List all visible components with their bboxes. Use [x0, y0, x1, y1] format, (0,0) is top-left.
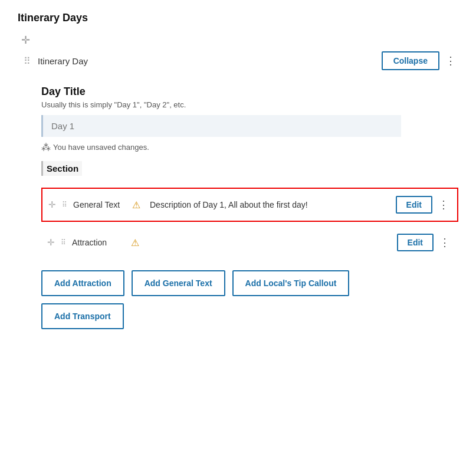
attraction-warning-icon: ⚠: [131, 237, 139, 248]
general-text-more-options-button[interactable]: ⋮: [436, 199, 451, 210]
section-header-label: Section: [41, 161, 82, 176]
add-general-text-button[interactable]: Add General Text: [132, 270, 225, 296]
day-title-section: Day Title Usually this is simply "Day 1"…: [41, 86, 458, 153]
general-text-edit-button[interactable]: Edit: [396, 196, 432, 214]
add-locals-tip-callout-button[interactable]: Add Local's Tip Callout: [232, 270, 350, 296]
day-drag-handle[interactable]: ✛: [21, 34, 30, 47]
general-text-description: Description of Day 1, All about the firs…: [150, 200, 396, 209]
attraction-label: Attraction: [72, 238, 125, 247]
day-more-options-button[interactable]: ⋮: [443, 55, 458, 66]
add-attraction-button[interactable]: Add Attraction: [41, 270, 124, 296]
day-drag-dots[interactable]: ⠿: [24, 55, 31, 67]
general-text-label: General Text: [73, 200, 126, 209]
item-drag-dots-1[interactable]: ⠿: [62, 201, 67, 209]
attraction-edit-button[interactable]: Edit: [397, 234, 434, 251]
add-transport-button[interactable]: Add Transport: [41, 303, 124, 329]
collapse-button[interactable]: Collapse: [382, 51, 439, 70]
unsaved-changes-message: ⁂ You have unsaved changes.: [41, 142, 458, 153]
day-title-input[interactable]: [41, 115, 401, 137]
unsaved-dot-icon: ⁂: [41, 142, 51, 153]
attraction-more-options-button[interactable]: ⋮: [437, 237, 452, 248]
item-drag-handle-2[interactable]: ✛: [47, 237, 55, 248]
day-title-subtext: Usually this is simply "Day 1", "Day 2",…: [41, 100, 458, 109]
general-text-warning-icon: ⚠: [132, 199, 140, 211]
section-item-attraction: ✛ ⠿ Attraction ⚠ Edit ⋮: [41, 227, 458, 258]
item-drag-dots-2[interactable]: ⠿: [61, 238, 66, 247]
section-item-general-text: ✛ ⠿ General Text ⚠ Description of Day 1,…: [41, 188, 458, 222]
itinerary-day-label: Itinerary Day: [38, 56, 88, 66]
page-title: Itinerary Days: [18, 12, 458, 24]
day-title-heading: Day Title: [41, 86, 458, 98]
item-drag-handle-1[interactable]: ✛: [48, 199, 56, 210]
